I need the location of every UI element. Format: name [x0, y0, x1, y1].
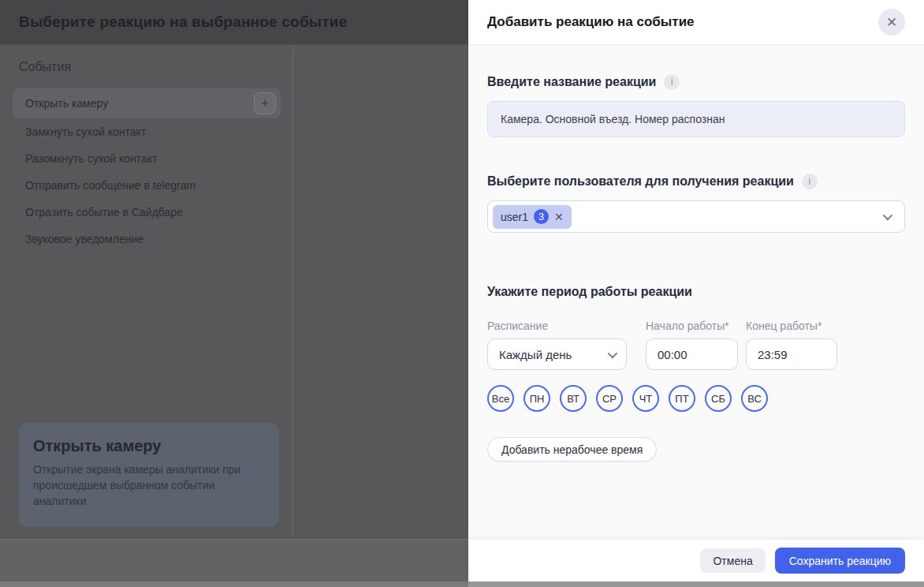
cancel-button[interactable]: Отмена	[700, 548, 765, 573]
user-tag: user1 3 ✕	[493, 205, 572, 229]
save-reaction-button[interactable]: Сохранить реакцию	[775, 548, 905, 574]
event-list-item[interactable]: Звуковое уведомление	[0, 226, 292, 252]
close-button[interactable]: ✕	[878, 9, 905, 36]
chevron-down-icon	[608, 348, 618, 358]
page-bottom-edge-left	[0, 581, 468, 587]
info-icon[interactable]: i	[664, 74, 680, 90]
modal-body: Введите название реакции i Выберите поль…	[468, 45, 924, 540]
weekday-chips: ВсеПНВТСРЧТПТСБВС	[487, 385, 905, 412]
backdrop-page: Выберите реакцию на выбранное событие Со…	[0, 0, 468, 587]
event-info-card: Открыть камеру Открытие экрана камеры ан…	[19, 423, 279, 527]
event-list-item[interactable]: Отразить событие в Сайдбаре	[0, 199, 292, 226]
event-list-item[interactable]: Отправить сообщение в telegram	[0, 172, 292, 199]
event-item-selected[interactable]: Открыть камеру +	[13, 88, 281, 118]
modal-title: Добавить реакцию на событие	[487, 14, 695, 30]
day-chip[interactable]: СБ	[705, 385, 732, 412]
user-select-label: Выберите пользователя для получения реак…	[487, 174, 794, 189]
period-section-title: Укажите период работы реакции	[487, 285, 692, 299]
backdrop-footer	[0, 539, 468, 581]
remove-user-icon[interactable]: ✕	[554, 211, 564, 222]
day-chip[interactable]: ПН	[523, 385, 550, 412]
day-chip[interactable]: ПТ	[669, 385, 695, 412]
event-info-card-description: Открытие экрана камеры аналитики при про…	[33, 462, 265, 510]
reaction-name-label: Введите название реакции	[487, 75, 656, 89]
day-chip[interactable]: ВТ	[560, 385, 587, 412]
backdrop-page-title: Выберите реакцию на выбранное событие	[19, 13, 347, 31]
day-chip[interactable]: ВС	[741, 385, 768, 412]
event-list-item[interactable]: Замкнуть сухой контакт	[0, 118, 292, 145]
day-chip[interactable]: СР	[596, 385, 623, 412]
start-time-label: Начало работы*	[646, 320, 738, 332]
selected-event-label: Открыть камеру	[25, 97, 108, 110]
events-list: Замкнуть сухой контактРазомкнуть сухой к…	[0, 118, 292, 252]
day-chip[interactable]: Все	[487, 385, 514, 412]
required-mark: *	[725, 320, 728, 332]
add-reaction-button[interactable]: +	[254, 92, 276, 114]
vertical-divider	[292, 45, 293, 537]
add-reaction-modal: Добавить реакцию на событие ✕ Введите на…	[468, 0, 924, 581]
event-list-item[interactable]: Разомкнуть сухой контакт	[0, 145, 292, 172]
modal-header: Добавить реакцию на событие ✕	[468, 0, 924, 45]
schedule-label: Расписание	[487, 320, 627, 332]
events-section-title: События	[19, 60, 71, 74]
add-downtime-button[interactable]: Добавить нерабочее время	[487, 437, 657, 462]
user-tag-name: user1	[501, 211, 528, 223]
modal-footer: Отмена Сохранить реакцию	[468, 540, 924, 581]
info-icon[interactable]: i	[802, 174, 818, 189]
chevron-down-icon	[883, 211, 893, 221]
reaction-name-input[interactable]	[487, 101, 905, 137]
start-time-input[interactable]	[646, 338, 738, 370]
schedule-value: Каждый день	[499, 348, 572, 361]
day-chip[interactable]: ЧТ	[632, 385, 659, 412]
end-time-label: Конец работы*	[746, 320, 837, 332]
close-icon: ✕	[886, 16, 897, 29]
user-tag-count-badge: 3	[534, 209, 549, 224]
backdrop-header: Выберите реакцию на выбранное событие	[0, 0, 468, 45]
user-select[interactable]: user1 3 ✕	[487, 200, 905, 233]
schedule-select[interactable]: Каждый день	[487, 338, 627, 370]
end-time-input[interactable]	[746, 338, 837, 370]
page-bottom-edge-right	[468, 581, 924, 587]
required-mark: *	[818, 320, 822, 332]
event-info-card-title: Открыть камеру	[33, 437, 265, 455]
plus-icon: +	[261, 96, 270, 110]
